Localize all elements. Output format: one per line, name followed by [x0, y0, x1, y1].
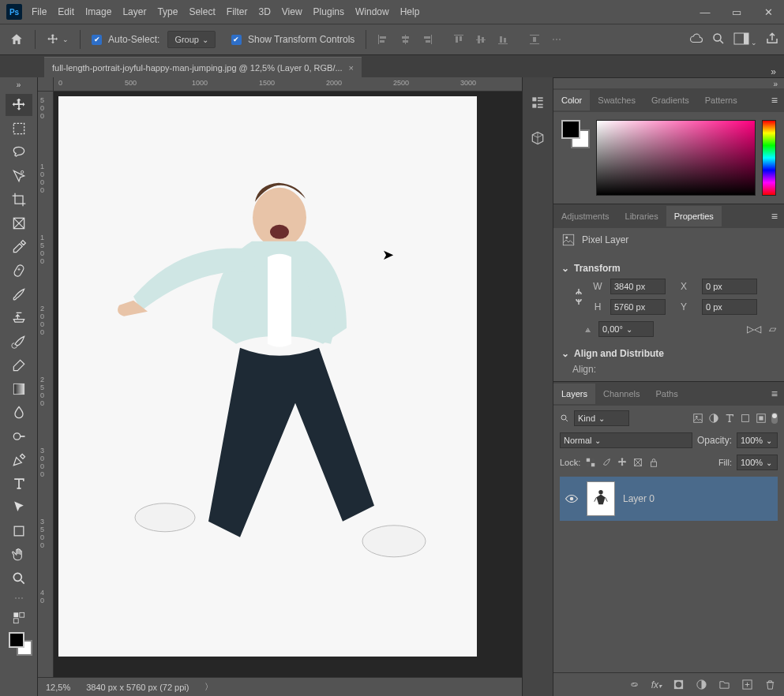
panel-menu-button[interactable]: ≡ [765, 387, 784, 400]
align-center-v-button[interactable] [471, 31, 491, 48]
panel-menu-button[interactable]: ≡ [765, 94, 784, 107]
edit-toolbar-button[interactable] [6, 607, 32, 629]
opacity-field[interactable]: 100% [737, 432, 778, 448]
tab-patterns[interactable]: Patterns [697, 90, 745, 110]
toolbox-collapse[interactable]: » [17, 80, 21, 89]
tab-adjustments[interactable]: Adjustments [553, 206, 617, 226]
align-bottom-button[interactable] [493, 31, 513, 48]
width-field[interactable] [610, 279, 666, 294]
align-top-button[interactable] [448, 31, 469, 48]
more-align-button[interactable]: ⋯ [546, 31, 567, 48]
filter-adjust-icon[interactable] [708, 413, 719, 424]
eraser-tool[interactable] [6, 354, 32, 376]
artboard[interactable]: ➤ [58, 96, 477, 657]
align-section-toggle[interactable]: ⌄Align and Distribute [561, 348, 776, 359]
group-button[interactable] [718, 679, 730, 690]
link-wh-button[interactable] [572, 286, 585, 307]
filter-smart-icon[interactable] [756, 413, 767, 424]
fx-button[interactable]: fx▾ [651, 679, 662, 690]
ruler-vertical[interactable]: 5 0 0 1 0 0 0 1 5 0 0 2 0 0 0 2 5 0 0 3 … [38, 92, 54, 677]
flip-horizontal-button[interactable]: ▷◁ [747, 324, 761, 335]
path-select-tool[interactable] [6, 496, 32, 518]
link-layers-button[interactable] [628, 679, 640, 690]
blend-mode-dropdown[interactable]: Normal [560, 432, 692, 448]
layer-filter-kind[interactable]: Kind [574, 410, 629, 426]
align-left-button[interactable] [373, 31, 393, 48]
color-fg-bg[interactable] [561, 120, 590, 148]
adjustment-layer-button[interactable] [696, 679, 707, 690]
window-minimize-button[interactable]: — [689, 0, 721, 24]
mask-button[interactable] [673, 679, 685, 690]
filter-shape-icon[interactable] [740, 413, 751, 424]
type-tool[interactable] [6, 473, 32, 495]
marquee-tool[interactable] [6, 118, 32, 140]
share-button[interactable] [765, 32, 779, 48]
healing-brush-tool[interactable] [6, 260, 32, 282]
layer-thumbnail[interactable] [587, 481, 615, 516]
blur-tool[interactable] [6, 402, 32, 424]
fg-color-icon[interactable] [561, 120, 580, 139]
auto-select-dropdown[interactable]: Group [167, 31, 216, 48]
align-right-button[interactable] [417, 31, 437, 48]
delete-layer-button[interactable] [764, 679, 776, 690]
clone-stamp-tool[interactable] [6, 307, 32, 329]
new-layer-button[interactable] [741, 679, 753, 690]
lock-all-icon[interactable] [648, 457, 659, 468]
align-center-h-button[interactable] [395, 31, 415, 48]
document-tab[interactable]: full-length-portrait-joyful-happy-man-ju… [44, 57, 362, 77]
frame-tool[interactable] [6, 212, 32, 234]
tab-layers[interactable]: Layers [553, 384, 595, 404]
hue-slider[interactable] [762, 120, 776, 196]
move-tool[interactable] [6, 94, 32, 116]
lock-transparent-icon[interactable] [585, 457, 596, 468]
lock-image-icon[interactable] [601, 457, 612, 468]
brush-tool[interactable] [6, 283, 32, 305]
zoom-tool[interactable] [6, 567, 32, 589]
tab-properties[interactable]: Properties [666, 206, 722, 226]
color-field[interactable] [596, 120, 756, 196]
menu-image[interactable]: Image [85, 6, 111, 17]
cloud-docs-button[interactable] [689, 32, 703, 48]
move-tool-indicator[interactable]: ⌄ [42, 30, 73, 49]
menu-3d[interactable]: 3D [258, 6, 270, 17]
canvas[interactable]: ➤ [54, 92, 522, 677]
menu-edit[interactable]: Edit [58, 6, 74, 17]
menu-layer[interactable]: Layer [122, 6, 146, 17]
flip-vertical-button[interactable]: ▱ [769, 324, 776, 335]
foreground-color-swatch[interactable] [9, 632, 24, 648]
distribute-button[interactable] [524, 31, 545, 48]
status-zoom[interactable]: 12,5% [46, 683, 70, 692]
crop-tool[interactable] [6, 189, 32, 211]
pen-tool[interactable] [6, 449, 32, 471]
layer-row[interactable]: Layer 0 [560, 477, 778, 521]
lock-artboard-icon[interactable] [632, 457, 643, 468]
tab-swatches[interactable]: Swatches [590, 90, 643, 110]
close-tab-button[interactable]: × [349, 63, 354, 73]
shape-tool[interactable] [6, 520, 32, 542]
transform-section-toggle[interactable]: ⌄Transform [561, 263, 776, 274]
rotation-field[interactable]: 0,00° [598, 321, 654, 337]
x-field[interactable] [702, 279, 757, 294]
menu-select[interactable]: Select [189, 6, 215, 17]
panel-collapse[interactable]: » [553, 78, 784, 88]
window-maximize-button[interactable]: ▭ [721, 0, 752, 24]
height-field[interactable] [610, 299, 666, 315]
color-swatches[interactable] [6, 631, 32, 659]
3d-panel-icon[interactable] [530, 130, 546, 148]
menu-type[interactable]: Type [157, 6, 178, 17]
menu-view[interactable]: View [282, 6, 302, 17]
history-panel-icon[interactable] [530, 95, 546, 113]
show-transform-checkbox[interactable]: ✔ Show Transform Controls [227, 31, 359, 48]
ruler-horizontal[interactable]: 0 500 1000 1500 2000 2500 3000 [38, 77, 522, 92]
panel-menu-button[interactable]: ≡ [765, 210, 784, 223]
eyedropper-tool[interactable] [6, 236, 32, 258]
filter-toggle[interactable] [771, 413, 778, 424]
visibility-icon[interactable] [565, 493, 579, 504]
fill-field[interactable]: 100% [737, 455, 778, 470]
quick-select-tool[interactable] [6, 165, 32, 187]
filter-pixel-icon[interactable] [692, 413, 703, 424]
lasso-tool[interactable] [6, 141, 32, 163]
tab-gradients[interactable]: Gradients [643, 90, 697, 110]
toolbox-more[interactable]: ⋯ [14, 593, 24, 604]
home-button[interactable] [5, 29, 28, 50]
